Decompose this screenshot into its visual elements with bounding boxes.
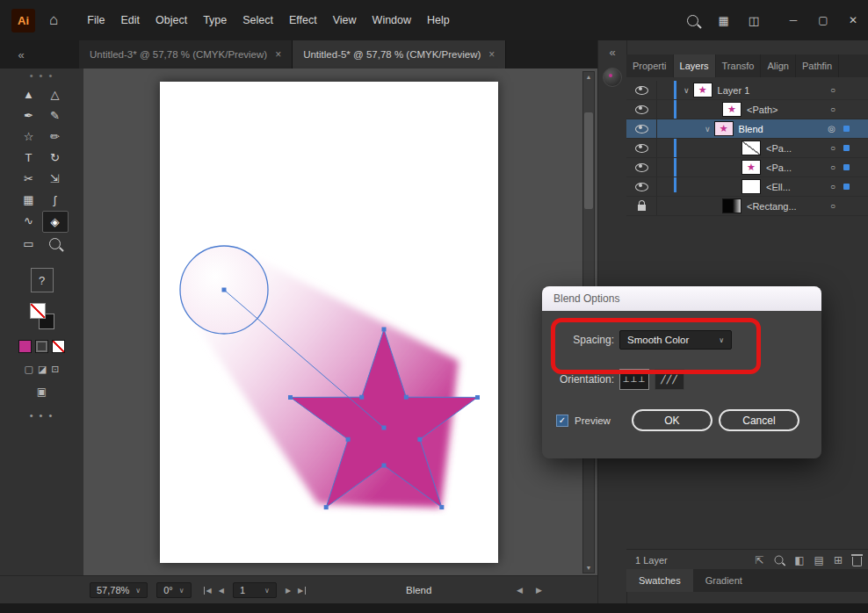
visibility-toggle[interactable] xyxy=(626,100,657,119)
visibility-toggle[interactable] xyxy=(626,158,657,177)
layer-row-ellipse[interactable]: <Ell... ○ xyxy=(626,177,868,197)
layer-row-path2[interactable]: <Pa... ○ xyxy=(626,139,868,158)
collapsed-panel-icon[interactable] xyxy=(603,68,622,87)
width-tool[interactable]: ∿ xyxy=(16,211,42,231)
target-icon[interactable]: ○ xyxy=(830,201,835,211)
close-tab-icon[interactable]: × xyxy=(488,48,495,61)
zoom-tool[interactable] xyxy=(42,234,69,254)
preview-checkbox[interactable]: ✓ xyxy=(556,415,568,427)
direct-selection-tool[interactable]: △ xyxy=(42,84,69,105)
selection-tool[interactable]: ▲ xyxy=(16,84,42,105)
mesh-tool[interactable]: ▦ xyxy=(16,190,42,210)
locate-object-icon[interactable] xyxy=(773,554,785,566)
artboard-tool[interactable]: ▭ xyxy=(16,234,42,254)
scroll-down-icon[interactable]: ▼ xyxy=(583,563,594,573)
layer-label[interactable]: <Ell... xyxy=(766,182,791,192)
pen-tool[interactable]: ✒ xyxy=(16,105,42,126)
scrollbar-thumb[interactable] xyxy=(584,112,593,209)
selection-square[interactable] xyxy=(843,126,850,132)
dialog-title-bar[interactable]: Blend Options xyxy=(542,286,821,311)
layer-thumbnail[interactable]: ★ xyxy=(714,121,734,136)
document-tab-untitled3[interactable]: Untitled-3* @ 57,78 % (CMYK/Preview) × xyxy=(79,40,293,69)
star-tool[interactable]: ☆ xyxy=(16,126,42,147)
layer-label[interactable]: <Pa... xyxy=(766,162,792,173)
canvas-pasteboard[interactable]: ▲ ▼ xyxy=(83,69,597,575)
tab-gradient[interactable]: Gradient xyxy=(693,569,755,592)
visibility-toggle[interactable] xyxy=(626,139,657,157)
zoom-level-dropdown[interactable]: 57,78% ∨ xyxy=(90,582,148,598)
selection-square[interactable] xyxy=(843,145,850,151)
make-clipping-mask-icon[interactable]: ◧ xyxy=(794,554,804,566)
menu-type[interactable]: Type xyxy=(195,9,235,32)
color-swatch-magenta[interactable] xyxy=(18,340,32,353)
minimize-button[interactable]: ─ xyxy=(778,0,808,40)
layer-label[interactable]: Blend xyxy=(739,124,763,134)
layer-thumbnail[interactable]: ★ xyxy=(722,102,741,117)
fill-stroke-indicator[interactable] xyxy=(28,303,56,329)
layer-row-path3[interactable]: ★ <Pa... ○ xyxy=(626,158,868,177)
delete-layer-icon[interactable] xyxy=(852,554,862,566)
menu-edit[interactable]: Edit xyxy=(112,9,148,32)
layer-label[interactable]: <Rectang... xyxy=(747,201,797,212)
target-icon[interactable]: ◎ xyxy=(828,124,835,133)
rotation-dropdown[interactable]: 0° ∨ xyxy=(156,582,191,598)
layer-thumbnail[interactable] xyxy=(722,198,741,213)
new-layer-icon[interactable]: ⊞ xyxy=(834,554,843,566)
layer-thumbnail[interactable]: ★ xyxy=(693,83,712,97)
menu-file[interactable]: File xyxy=(79,9,112,32)
last-artboard-icon[interactable]: ▶ xyxy=(298,587,306,595)
align-to-page-button[interactable]: ⊥⊥⊥ xyxy=(619,369,649,390)
align-to-path-button[interactable]: ╱╱╱ xyxy=(655,369,684,390)
layer-label[interactable]: <Path> xyxy=(747,105,778,115)
rotate-tool[interactable]: ↻ xyxy=(42,148,69,168)
menu-window[interactable]: Window xyxy=(365,9,419,32)
type-tool[interactable]: T xyxy=(16,148,42,168)
first-artboard-icon[interactable]: ◀ xyxy=(204,587,212,595)
new-sublayer-icon[interactable]: ▤ xyxy=(814,554,824,566)
expand-caret-icon[interactable]: ∨ xyxy=(684,86,690,95)
target-icon[interactable]: ○ xyxy=(830,105,835,114)
arrange-documents-icon[interactable]: ◫ xyxy=(749,14,759,27)
tab-pathfinder[interactable]: Pathfin xyxy=(796,54,839,77)
document-tab-untitled5[interactable]: Untitled-5* @ 57,78 % (CMYK/Preview) × xyxy=(293,40,506,69)
menu-effect[interactable]: Effect xyxy=(281,9,325,32)
curvature-tool[interactable]: ✎ xyxy=(42,105,69,126)
tab-layers[interactable]: Layers xyxy=(674,54,716,77)
visibility-toggle[interactable] xyxy=(626,119,657,138)
layer-row-blend[interactable]: ∨ ★ Blend ◎ xyxy=(626,119,868,139)
layer-row-path[interactable]: ★ <Path> ○ xyxy=(626,100,868,119)
tab-swatches[interactable]: Swatches xyxy=(626,569,693,592)
eyedropper-tool[interactable]: ʃ xyxy=(42,190,69,210)
scale-tool[interactable]: ⇲ xyxy=(42,169,69,189)
knife-tool[interactable]: ✂ xyxy=(16,169,42,189)
draw-normal-icon[interactable]: ▢ xyxy=(24,364,33,375)
target-icon[interactable]: ○ xyxy=(830,162,835,172)
target-icon[interactable]: ○ xyxy=(830,182,835,191)
tab-align[interactable]: Align xyxy=(761,54,795,77)
layer-row-rectangle[interactable]: <Rectang... ○ xyxy=(626,197,868,216)
blend-tool[interactable]: ◈ xyxy=(42,211,69,233)
toolbar-grip[interactable]: • • • xyxy=(0,70,83,81)
workspace-switcher-icon[interactable]: ▦ xyxy=(718,14,728,27)
layer-row-layer1[interactable]: ∨ ★ Layer 1 ○ xyxy=(626,81,868,100)
next-artboard-icon[interactable]: ▶ xyxy=(286,587,291,595)
menu-help[interactable]: Help xyxy=(419,9,458,32)
selection-square[interactable] xyxy=(843,164,850,170)
menu-select[interactable]: Select xyxy=(235,9,281,32)
layer-thumbnail[interactable] xyxy=(741,179,761,194)
layer-thumbnail[interactable] xyxy=(741,141,761,155)
paintbrush-tool[interactable]: ✏ xyxy=(42,126,69,147)
screen-mode-icon[interactable]: ▣ xyxy=(0,386,83,398)
none-swatch[interactable] xyxy=(52,340,65,353)
close-button[interactable]: ✕ xyxy=(838,0,868,40)
layer-label[interactable]: Layer 1 xyxy=(718,85,750,96)
cancel-button[interactable]: Cancel xyxy=(719,409,799,431)
visibility-toggle[interactable] xyxy=(626,177,657,196)
expand-caret-icon[interactable]: ∨ xyxy=(705,125,711,133)
artboard[interactable] xyxy=(160,82,498,563)
help-tool-box[interactable]: ? xyxy=(31,268,54,292)
edit-toolbar-dots[interactable]: • • • xyxy=(0,410,83,421)
target-icon[interactable]: ○ xyxy=(830,143,835,153)
lock-toggle[interactable] xyxy=(626,197,657,215)
selection-square[interactable] xyxy=(843,184,850,190)
